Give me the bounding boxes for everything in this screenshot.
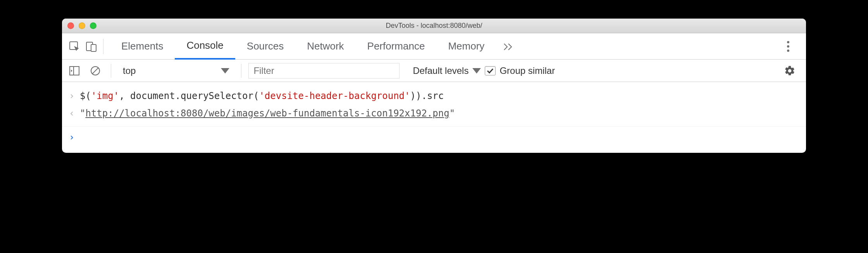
context-selector[interactable]: top [118, 65, 234, 76]
tab-sources[interactable]: Sources [235, 33, 295, 60]
titlebar: DevTools - localhost:8080/web/ [62, 19, 806, 33]
svg-line-9 [92, 68, 98, 74]
log-levels-selector[interactable]: Default levels [413, 65, 481, 76]
context-label: top [123, 65, 136, 76]
console-prompt-row[interactable]: › [62, 129, 806, 146]
clear-console-icon[interactable] [87, 62, 104, 79]
svg-point-4 [787, 45, 789, 48]
svg-point-3 [787, 41, 789, 43]
tab-elements[interactable]: Elements [110, 33, 175, 60]
more-tabs-icon[interactable] [500, 38, 517, 55]
tab-network[interactable]: Network [295, 33, 355, 60]
inspect-icon[interactable] [66, 38, 83, 55]
input-chevron-icon: › [69, 88, 80, 104]
output-chevron-icon: ‹ [69, 106, 80, 121]
device-toggle-icon[interactable] [83, 38, 100, 55]
console-input-row: › $('img', document.querySelector('devsi… [62, 87, 806, 105]
group-similar-checkbox[interactable] [485, 66, 496, 75]
chevron-down-icon [221, 68, 229, 74]
gear-icon[interactable] [781, 62, 798, 79]
console-toolbar: top Default levels Group similar [62, 60, 806, 82]
tab-console[interactable]: Console [175, 33, 235, 60]
separator [111, 64, 111, 78]
svg-rect-2 [91, 44, 96, 51]
devtools-window: DevTools - localhost:8080/web/ Elements … [62, 19, 806, 153]
tab-memory[interactable]: Memory [436, 33, 496, 60]
svg-point-5 [787, 50, 789, 52]
filter-input[interactable] [248, 63, 400, 79]
sidebar-toggle-icon[interactable] [66, 62, 83, 79]
console-body: › $('img', document.querySelector('devsi… [62, 82, 806, 153]
tab-bar: Elements Console Sources Network Perform… [62, 33, 806, 60]
tab-performance[interactable]: Performance [356, 33, 437, 60]
group-similar-label: Group similar [499, 65, 555, 76]
separator [103, 39, 103, 54]
zoom-icon[interactable] [90, 22, 96, 29]
minimize-icon[interactable] [79, 22, 85, 29]
close-icon[interactable] [67, 22, 74, 29]
separator [241, 64, 241, 78]
kebab-menu-icon[interactable] [780, 38, 797, 55]
console-input-code[interactable]: $('img', document.querySelector('devsite… [80, 88, 444, 104]
console-output[interactable]: "http://localhost:8080/web/images/web-fu… [80, 106, 455, 121]
window-title: DevTools - localhost:8080/web/ [62, 22, 806, 30]
console-output-row: ‹ "http://localhost:8080/web/images/web-… [62, 105, 806, 122]
window-controls [62, 22, 96, 29]
prompt-chevron-icon: › [69, 130, 80, 145]
levels-label: Default levels [413, 65, 468, 76]
chevron-down-icon [472, 68, 481, 74]
